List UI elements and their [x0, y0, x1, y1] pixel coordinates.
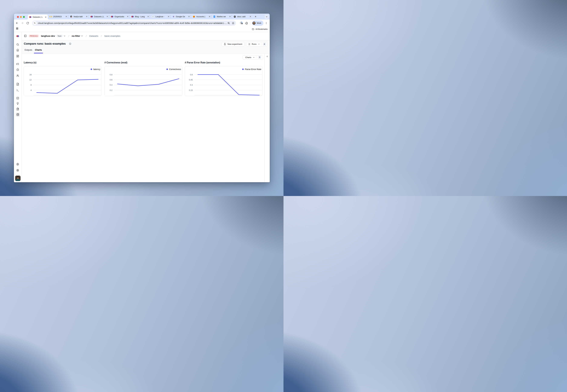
svg-text:4: 4 — [30, 89, 32, 91]
svg-text:0.8: 0.8 — [110, 73, 112, 76]
svg-text:0.6: 0.6 — [110, 79, 112, 81]
svg-text:0.6: 0.6 — [190, 73, 193, 76]
svg-text:12: 12 — [29, 79, 32, 81]
svg-text:8: 8 — [30, 84, 32, 86]
svg-text:0.2: 0.2 — [110, 89, 112, 91]
svg-text:0.4: 0.4 — [110, 84, 112, 86]
svg-text:0.3: 0.3 — [190, 84, 193, 86]
svg-text:0.15: 0.15 — [189, 89, 193, 91]
svg-text:0.45: 0.45 — [189, 79, 193, 81]
svg-text:16: 16 — [29, 73, 32, 76]
